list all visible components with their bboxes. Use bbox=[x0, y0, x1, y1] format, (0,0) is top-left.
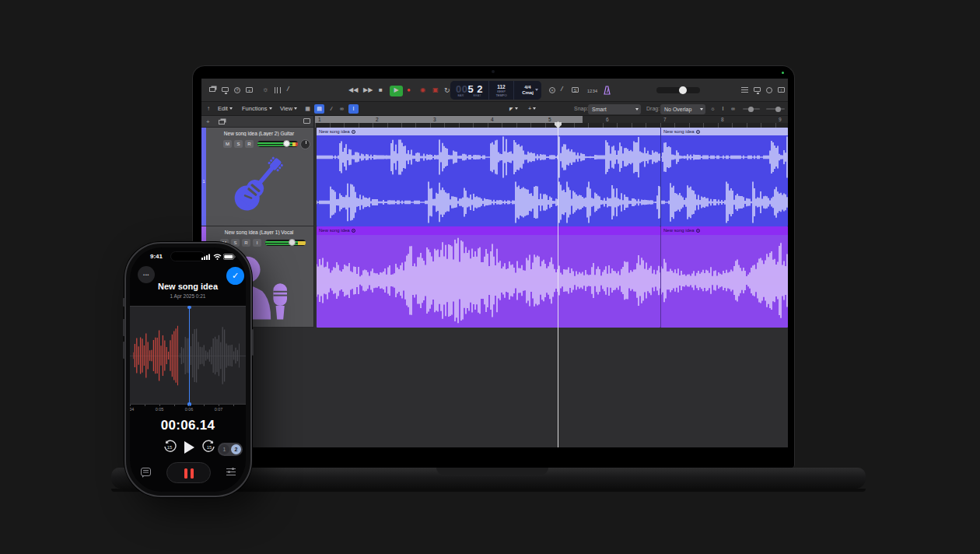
action-button[interactable] bbox=[123, 298, 125, 307]
arrange-area[interactable]: 1 2 3 4 5 6 7 8 9 bbox=[315, 116, 788, 447]
layer-selector[interactable]: 1 2 bbox=[218, 443, 243, 456]
list-editors-icon[interactable] bbox=[741, 87, 748, 93]
text-tool-icon[interactable]: I bbox=[719, 104, 727, 114]
vertical-zoom-knob[interactable] bbox=[748, 107, 754, 112]
region-name[interactable]: New song idea bbox=[317, 226, 660, 235]
track-name[interactable]: New song idea (Layer 1) Vocal bbox=[208, 230, 310, 235]
pencil-icon[interactable]: / bbox=[286, 86, 289, 92]
record-enable-button[interactable]: R bbox=[242, 239, 250, 247]
track-view-icon[interactable]: ▤ bbox=[314, 104, 324, 114]
lcd-time-signature: 4/4 bbox=[524, 85, 530, 90]
pause-bar bbox=[191, 468, 194, 479]
fader-knob[interactable] bbox=[289, 239, 296, 246]
secondary-tool-selector[interactable]: + bbox=[528, 104, 536, 114]
pointer-tool-selector[interactable]: ◤ bbox=[509, 104, 518, 114]
chevron-down-icon[interactable] bbox=[535, 89, 538, 93]
cellular-signal-icon bbox=[201, 254, 211, 260]
flex-icon[interactable]: I bbox=[348, 104, 359, 114]
skip-back-15-button[interactable]: 15 bbox=[163, 440, 177, 454]
volume-fader[interactable] bbox=[257, 141, 298, 147]
fader-knob[interactable] bbox=[283, 140, 290, 147]
settings-icon[interactable]: ☼ bbox=[262, 86, 268, 93]
mixer-icon[interactable] bbox=[275, 87, 281, 93]
layer-1-button[interactable]: 1 bbox=[219, 444, 229, 454]
pause-button[interactable] bbox=[166, 462, 211, 483]
forward-button[interactable]: ▶▶ bbox=[363, 86, 373, 95]
layer-2-button[interactable]: 2 bbox=[231, 444, 241, 454]
grid-view-icon[interactable]: ▦ bbox=[303, 104, 313, 114]
region-name[interactable]: New song idea bbox=[317, 128, 660, 135]
skip-forward-15-button[interactable]: 15 bbox=[202, 440, 216, 454]
share-icon[interactable]: ↑ bbox=[778, 87, 785, 93]
audio-region-vocal-2[interactable]: New song idea bbox=[660, 226, 788, 328]
volume-fader[interactable] bbox=[265, 240, 306, 246]
waveform-zoom-icon[interactable]: ∞ bbox=[729, 104, 737, 114]
autopunch-icon[interactable]: ▣ bbox=[432, 86, 439, 95]
add-track-icon[interactable]: + bbox=[246, 87, 253, 93]
edit-menu[interactable]: Edit bbox=[218, 104, 233, 114]
pencil-tool-icon[interactable]: / bbox=[560, 86, 563, 92]
ruler-bar-number: 9 bbox=[779, 117, 782, 122]
view-menu[interactable]: View bbox=[280, 104, 297, 114]
library-icon[interactable] bbox=[222, 87, 229, 92]
play-button[interactable] bbox=[184, 441, 194, 454]
add-track-button[interactable]: + bbox=[206, 119, 210, 125]
erase-icon[interactable]: × bbox=[549, 87, 555, 93]
memo-playhead[interactable] bbox=[189, 307, 191, 405]
inspector-icon[interactable]: ? bbox=[234, 87, 240, 93]
count-in-icon[interactable]: 1234 bbox=[587, 88, 597, 94]
ruler-bar-number: 3 bbox=[433, 117, 436, 122]
snap-dropdown[interactable]: Smart bbox=[588, 104, 641, 114]
wifi-icon bbox=[213, 254, 222, 260]
flex-time-icon[interactable]: ∞ bbox=[337, 104, 347, 114]
more-options-button[interactable]: ••• bbox=[138, 266, 155, 283]
audio-region-vocal[interactable]: New song idea bbox=[317, 226, 660, 328]
catch-playhead-icon[interactable]: ☼ bbox=[709, 104, 717, 114]
track-name[interactable]: New song idea (Layer 2) Guitar bbox=[208, 131, 310, 136]
rewind-button[interactable]: ◀◀ bbox=[348, 86, 358, 95]
play-button[interactable]: ▶ bbox=[390, 86, 403, 96]
audio-region-guitar-2[interactable]: New song idea bbox=[660, 128, 788, 226]
drag-dropdown[interactable]: No Overlap bbox=[660, 104, 705, 114]
cycle-icon[interactable]: ↻ bbox=[444, 86, 450, 95]
memo-waveform-panel[interactable]: 1 2 bbox=[130, 306, 246, 405]
playhead[interactable] bbox=[558, 121, 558, 447]
vertical-zoom-slider[interactable] bbox=[743, 108, 760, 110]
track-header-options-icon[interactable] bbox=[303, 118, 310, 124]
duplicate-track-button[interactable] bbox=[219, 120, 225, 124]
loop-browser-icon[interactable] bbox=[766, 87, 772, 93]
volume-slider-knob[interactable] bbox=[679, 86, 687, 94]
solo-icon[interactable]: S bbox=[572, 87, 579, 93]
playback-options-icon[interactable] bbox=[226, 468, 236, 475]
transcript-icon[interactable] bbox=[141, 468, 151, 476]
metronome-icon[interactable] bbox=[603, 86, 611, 95]
region-name[interactable]: New song idea bbox=[661, 226, 788, 235]
stop-button[interactable]: ■ bbox=[379, 86, 383, 95]
record-enable-button[interactable]: R bbox=[245, 140, 254, 148]
power-button[interactable] bbox=[252, 329, 254, 356]
time-label: 0:05 bbox=[156, 407, 164, 412]
bar-ruler[interactable]: 1 2 3 4 5 6 7 8 9 bbox=[315, 116, 788, 128]
volume-down-button[interactable] bbox=[123, 342, 125, 359]
lcd-display[interactable]: 005 2 BARBEAT 112 KEEP TEMPO 4/4 Cmaj bbox=[450, 81, 541, 100]
macbook-screen: ? + ☼ / ◀◀ ▶▶ ■ ▶ ● ◉ ▣ ↻ bbox=[192, 65, 795, 468]
region-name[interactable]: New song idea bbox=[661, 128, 788, 135]
automation-icon[interactable]: / bbox=[326, 103, 338, 115]
track-header-guitar[interactable]: 1 New song idea (Layer 2) Guitar M S R bbox=[201, 128, 314, 226]
audio-region-guitar[interactable]: New song idea bbox=[317, 128, 660, 226]
capture-record-icon[interactable]: ◉ bbox=[420, 86, 425, 95]
quick-help-icon[interactable] bbox=[209, 87, 215, 92]
volume-slider[interactable] bbox=[656, 87, 700, 93]
volume-up-button[interactable] bbox=[123, 319, 125, 336]
back-up-icon[interactable]: ↑ bbox=[207, 106, 210, 112]
elapsed-time-display: 00:06.14 bbox=[130, 418, 246, 433]
functions-menu[interactable]: Functions bbox=[242, 104, 272, 114]
pan-knob[interactable] bbox=[300, 139, 310, 149]
solo-button[interactable]: S bbox=[234, 140, 243, 148]
input-monitor-button[interactable]: I bbox=[253, 239, 261, 247]
record-button[interactable]: ● bbox=[407, 86, 411, 95]
mute-button[interactable]: M bbox=[223, 140, 232, 148]
horizontal-zoom-slider[interactable] bbox=[766, 108, 785, 110]
smart-controls-icon[interactable] bbox=[754, 87, 761, 92]
horizontal-zoom-knob[interactable] bbox=[775, 107, 781, 112]
